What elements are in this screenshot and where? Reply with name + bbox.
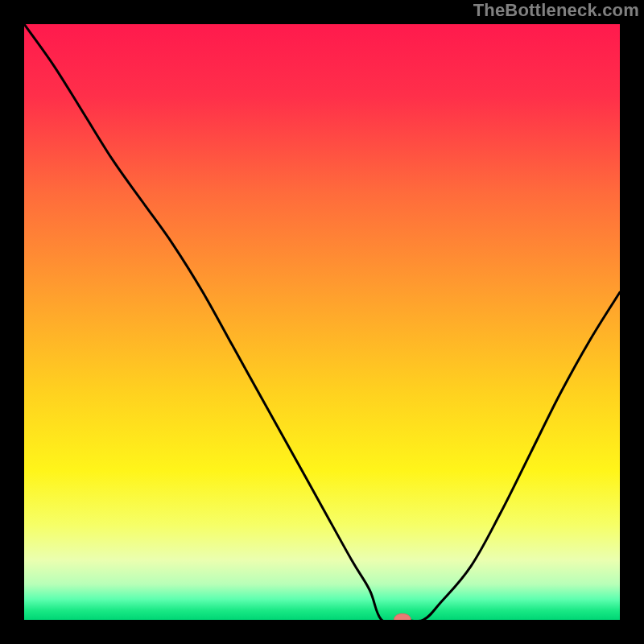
chart-root: TheBottleneck.com bbox=[0, 0, 644, 644]
plot-svg bbox=[24, 24, 620, 620]
gradient-background bbox=[24, 24, 620, 620]
plot-frame bbox=[24, 24, 620, 620]
attribution-text: TheBottleneck.com bbox=[473, 0, 639, 21]
